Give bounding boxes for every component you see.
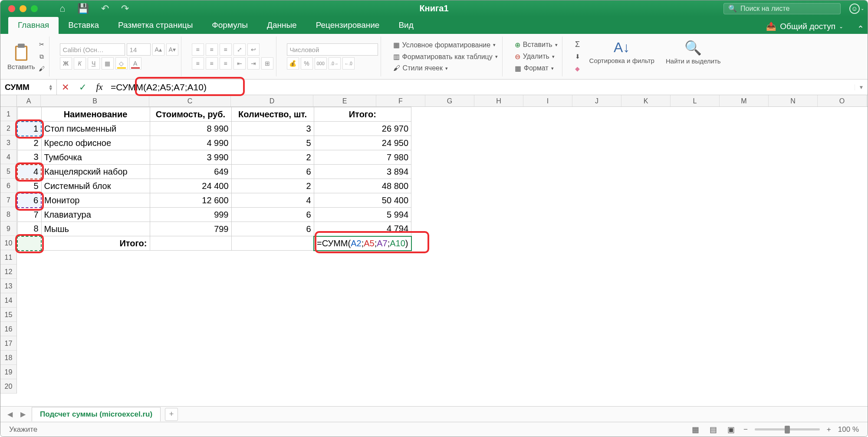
wrap-text-icon[interactable]: ↩ — [247, 43, 260, 56]
cell[interactable]: 649 — [150, 165, 231, 179]
name-box[interactable]: СУММ ▴▾ — [0, 79, 57, 95]
row-header[interactable]: 6 — [0, 179, 17, 193]
col-header[interactable]: H — [474, 95, 523, 106]
orientation-icon[interactable]: ⤢ — [233, 43, 246, 56]
cell[interactable]: 3 894 — [314, 165, 411, 179]
row-header[interactable]: 2 — [0, 121, 17, 136]
col-header[interactable]: D — [231, 95, 313, 106]
maximize-icon[interactable] — [31, 5, 38, 12]
row-header[interactable]: 16 — [0, 322, 17, 336]
user-icon[interactable]: ☺ — [849, 3, 860, 14]
col-header[interactable]: M — [720, 95, 769, 106]
autosum-icon[interactable]: Σ — [573, 40, 582, 49]
format-cells-button[interactable]: ▦Формат▾ — [513, 63, 559, 73]
cell[interactable]: Тумбочка — [41, 150, 150, 165]
fill-icon[interactable]: ⬇ — [573, 52, 582, 61]
cell[interactable]: Итого: — [41, 236, 150, 251]
align-right-icon[interactable]: ≡ — [220, 57, 232, 70]
cell[interactable]: Стол письменный — [41, 122, 150, 136]
delete-cells-button[interactable]: ⊖Удалить▾ — [513, 52, 559, 62]
align-middle-icon[interactable]: ≡ — [206, 43, 218, 56]
cell[interactable]: Стоимость, руб. — [150, 107, 231, 122]
col-header[interactable]: J — [572, 95, 621, 106]
save-icon[interactable]: 💾 — [77, 3, 89, 14]
align-bottom-icon[interactable]: ≡ — [220, 43, 232, 56]
minimize-icon[interactable] — [20, 5, 26, 12]
cell[interactable] — [17, 107, 41, 122]
cell[interactable]: 6 — [231, 222, 314, 236]
cell-a5[interactable]: 4 — [17, 165, 41, 179]
accept-formula-icon[interactable]: ✓ — [74, 82, 92, 93]
namebox-spinner-icon[interactable]: ▴▾ — [49, 84, 52, 90]
sort-filter-button[interactable]: A↓ Сортировка и фильтр — [585, 40, 659, 73]
font-name-select[interactable]: Calibri (Осн… — [60, 43, 125, 56]
increase-decimal-icon[interactable]: .0→ — [329, 57, 341, 70]
col-header[interactable]: F — [376, 95, 425, 106]
cell[interactable]: 7 980 — [314, 150, 411, 165]
col-header[interactable]: C — [149, 95, 231, 106]
cell[interactable]: 4 — [231, 193, 314, 208]
row-header[interactable]: 10 — [0, 236, 17, 250]
sheet-tab[interactable]: Подсчет суммы (microexcel.ru) — [32, 407, 161, 421]
comma-icon[interactable]: 000 — [315, 57, 327, 70]
cell-styles-button[interactable]: 🖌Стили ячеек▾ — [391, 63, 500, 73]
cell[interactable]: 2 — [17, 136, 41, 150]
col-header[interactable]: O — [818, 95, 867, 106]
row-header[interactable]: 9 — [0, 222, 17, 236]
collapse-ribbon-icon[interactable]: ⌃ — [854, 24, 868, 34]
tab-home[interactable]: Главная — [8, 17, 59, 34]
col-header[interactable]: E — [313, 95, 376, 106]
cell[interactable] — [150, 236, 231, 251]
zoom-slider[interactable] — [755, 428, 820, 430]
cell[interactable]: 6 — [231, 208, 314, 222]
row-header[interactable]: 8 — [0, 207, 17, 222]
page-layout-view-icon[interactable]: ▤ — [708, 425, 719, 434]
cell[interactable]: Монитор — [41, 193, 150, 208]
row-header[interactable]: 12 — [0, 265, 17, 279]
normal-view-icon[interactable]: ▦ — [690, 425, 701, 434]
cell[interactable]: Мышь — [41, 222, 150, 236]
tab-page-layout[interactable]: Разметка страницы — [108, 17, 202, 34]
borders-button[interactable]: ▦ — [102, 57, 114, 70]
italic-button[interactable]: К — [74, 57, 86, 70]
page-break-view-icon[interactable]: ▣ — [726, 425, 736, 434]
cell[interactable]: 799 — [150, 222, 231, 236]
cell[interactable]: 5 — [17, 179, 41, 193]
tab-data[interactable]: Данные — [257, 17, 306, 34]
home-icon[interactable]: ⌂ — [59, 3, 65, 14]
conditional-format-button[interactable]: ▦Условное форматирование▾ — [391, 40, 500, 50]
merge-cells-icon[interactable]: ⊞ — [261, 57, 273, 70]
cell[interactable]: Наименование — [41, 107, 150, 122]
decrease-decimal-icon[interactable]: ←.0 — [342, 57, 355, 70]
col-header[interactable]: K — [621, 95, 671, 106]
cell[interactable]: 999 — [150, 208, 231, 222]
bold-button[interactable]: Ж — [60, 57, 72, 70]
cell[interactable]: 50 400 — [314, 193, 411, 208]
font-color-button[interactable]: A — [129, 57, 141, 70]
cell-a7[interactable]: 6 — [17, 193, 41, 208]
cut-icon[interactable]: ✂ — [37, 40, 46, 49]
row-header[interactable]: 15 — [0, 308, 17, 322]
underline-button[interactable]: Ч — [88, 57, 100, 70]
row-header[interactable]: 3 — [0, 136, 17, 150]
row-header[interactable]: 14 — [0, 293, 17, 308]
cell[interactable]: 8 990 — [150, 122, 231, 136]
increase-font-icon[interactable]: A▴ — [152, 43, 164, 56]
cell[interactable]: 7 — [17, 208, 41, 222]
expand-formula-bar-icon[interactable]: ▼ — [855, 84, 868, 90]
row-header[interactable]: 4 — [0, 150, 17, 164]
cell[interactable]: 24 950 — [314, 136, 411, 150]
cell[interactable]: 4 990 — [150, 136, 231, 150]
cell[interactable]: 4 794 — [314, 222, 411, 236]
align-left-icon[interactable]: ≡ — [192, 57, 204, 70]
tab-insert[interactable]: Вставка — [59, 17, 108, 34]
cell[interactable]: 12 600 — [150, 193, 231, 208]
col-header[interactable]: I — [523, 95, 572, 106]
clear-icon[interactable]: ◆ — [573, 64, 582, 73]
format-as-table-button[interactable]: ▥Форматировать как таблицу▾ — [391, 52, 500, 62]
cell[interactable]: 26 970 — [314, 122, 411, 136]
cell[interactable]: 3 990 — [150, 150, 231, 165]
zoom-level[interactable]: 100 % — [838, 425, 859, 434]
undo-icon[interactable]: ↶ — [101, 3, 109, 14]
row-header[interactable]: 17 — [0, 336, 17, 351]
